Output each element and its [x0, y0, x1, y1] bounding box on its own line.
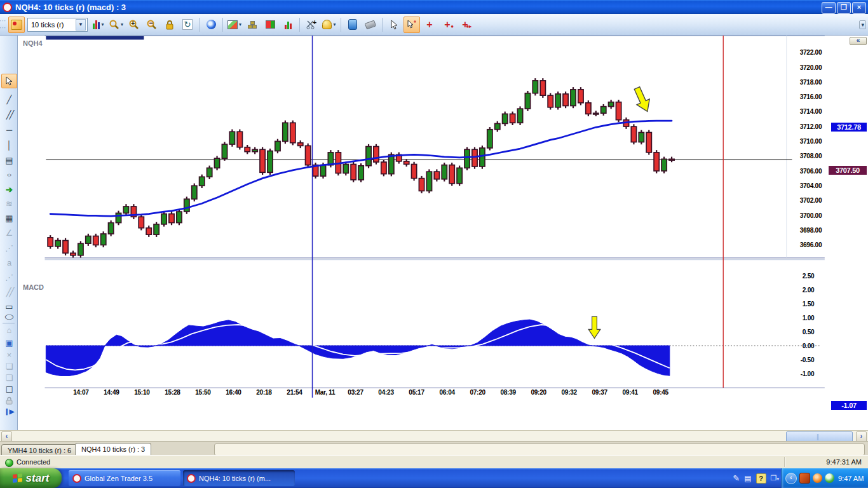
horizontal-line-tool[interactable]: ─	[1, 123, 17, 137]
svg-text:3720.00: 3720.00	[800, 64, 822, 71]
taskbar-clock: 9:47 AM	[838, 475, 864, 482]
last-price-box: 3707.50	[829, 166, 867, 175]
minimize-button[interactable]: —	[822, 2, 836, 14]
horizontal-scrollbar[interactable]: ‹ ›	[0, 430, 868, 441]
restore-button[interactable]: ❐	[837, 2, 851, 14]
sitemap-button[interactable]	[244, 17, 261, 33]
zoom-in-button[interactable]: +	[126, 17, 142, 33]
svg-text:3698.00: 3698.00	[800, 227, 822, 234]
help-icon[interactable]: ?	[756, 473, 766, 484]
ma-value-box: 3712.78	[831, 123, 867, 132]
cross-red-button[interactable]: +	[421, 17, 438, 33]
keyboard-icon[interactable]: ▤	[744, 474, 751, 483]
vertical-line-tool[interactable]: │	[1, 138, 17, 152]
start-button[interactable]: start	[0, 468, 62, 488]
app-logo-icon	[3, 3, 12, 12]
system-tray: ‹ 9:47 AM	[781, 468, 868, 488]
flag-button[interactable]	[262, 17, 278, 33]
yellow-down-arrow-annotation	[588, 316, 600, 338]
ellipse-tool[interactable]: ◯	[1, 309, 17, 324]
restore-window-icon[interactable]: ❐▾	[771, 474, 779, 482]
language-pen-icon[interactable]: ✎	[733, 473, 740, 483]
phone-chart-button[interactable]	[344, 17, 361, 33]
alert-bucket-button[interactable]: ▾	[321, 17, 337, 33]
green-arrow-tool[interactable]: ➔	[1, 182, 17, 197]
window-title: NQH4: 10 ticks (r) (macd) : 3	[15, 3, 126, 12]
app-red-icon[interactable]	[799, 473, 810, 484]
chat-bubble-tool[interactable]: ○	[1, 168, 17, 182]
main-toolbar: ⋮⋮ 10 ticks (r)▼▾▾+−↻▾+▾++●+●▸▾	[0, 14, 868, 36]
fan-lines-tool[interactable]: ⋰	[1, 241, 17, 255]
cross-dot-button[interactable]: +●	[439, 17, 456, 33]
hide-icons-chevron[interactable]: ‹	[785, 473, 797, 484]
price-panel-label: NQH4	[23, 39, 43, 47]
macd-panel-label: MACD	[23, 283, 44, 291]
svg-text:08:39: 08:39	[500, 389, 516, 396]
svg-text:+: +	[131, 20, 135, 27]
cross-dot-arrow-button[interactable]: +●▸	[457, 17, 473, 33]
angle-tool[interactable]: ∠	[1, 226, 17, 240]
svg-text:16:40: 16:40	[226, 389, 241, 396]
notes-tool[interactable]: ▤	[1, 153, 17, 168]
scissors-button[interactable]: +	[303, 17, 320, 33]
close-button[interactable]: ×	[852, 2, 866, 14]
refresh-page-button[interactable]: ↻	[179, 17, 196, 33]
expand-arrow-tool[interactable]: ❙▶	[1, 404, 17, 419]
select-arrow-tool[interactable]	[1, 74, 17, 88]
toolbar-separator	[382, 18, 383, 32]
parallel-lines-tool[interactable]: ╱╱	[1, 107, 17, 122]
svg-text:14:49: 14:49	[104, 389, 119, 396]
svg-text:3714.00: 3714.00	[800, 108, 822, 115]
svg-text:2.00: 2.00	[803, 287, 815, 294]
eraser-button[interactable]	[362, 17, 379, 33]
taskbar-task-global-zen-trader[interactable]: Global Zen Trader 3.5	[69, 470, 180, 486]
svg-text:20:18: 20:18	[256, 389, 272, 396]
grid-dots-tool[interactable]: ▦	[1, 211, 17, 226]
chart-canvas[interactable]: 3722.003720.003718.003716.003714.003712.…	[18, 36, 868, 430]
chart-pin-button[interactable]	[8, 17, 25, 33]
svg-text:14:07: 14:07	[73, 389, 89, 396]
pointer-button[interactable]	[386, 17, 402, 33]
zoom-tool-button[interactable]: ▾	[108, 17, 125, 33]
swirl-button[interactable]	[203, 17, 219, 33]
bar-style-button[interactable]: ▾	[90, 17, 107, 33]
interval-dropdown[interactable]: 10 ticks (r)▼	[27, 18, 88, 32]
windows-taskbar: start Global Zen Trader 3.5 NQH4: 10 tic…	[0, 468, 868, 488]
parallel-lines-2-tool[interactable]: ╱╱	[1, 285, 17, 299]
taskbar-task-nqh4-chart[interactable]: NQH4: 10 ticks (r) (m...	[183, 470, 295, 486]
tab-ymh4[interactable]: YMH4 10 ticks (r) : 6	[1, 444, 78, 455]
lock-button[interactable]	[161, 17, 178, 33]
network-globe-icon[interactable]	[825, 473, 834, 483]
zoom-out-button[interactable]: −	[144, 17, 160, 33]
bar-chart-button[interactable]	[280, 17, 296, 33]
windows-flag-icon	[13, 473, 22, 483]
svg-text:09:41: 09:41	[623, 389, 639, 396]
chart-image-button[interactable]: ▾	[226, 17, 243, 33]
svg-text:3704.00: 3704.00	[800, 182, 822, 189]
fan-lines-2-tool[interactable]: ⋰	[1, 270, 17, 285]
svg-text:3722.00: 3722.00	[800, 49, 822, 56]
svg-text:09:32: 09:32	[561, 389, 577, 396]
collapse-panel-button[interactable]: «	[850, 37, 867, 45]
toolbar-grip[interactable]: ⋮⋮	[1, 18, 6, 32]
svg-text:3700.00: 3700.00	[800, 212, 822, 219]
status-clock: 9:47:31 AM	[826, 458, 862, 466]
waves-tool[interactable]: ≋	[1, 196, 17, 211]
svg-text:3712.00: 3712.00	[800, 123, 822, 130]
svg-text:03:27: 03:27	[348, 389, 363, 396]
crosshair-pointer-button[interactable]	[403, 17, 420, 33]
toolbar-overflow-button[interactable]: ▾	[859, 20, 866, 29]
media-swirl-icon[interactable]	[813, 473, 822, 483]
svg-text:3696.00: 3696.00	[800, 241, 822, 248]
svg-text:3710.00: 3710.00	[800, 138, 822, 145]
title-bar[interactable]: NQH4: 10 ticks (r) (macd) : 3 — ❐ ×	[0, 0, 868, 14]
text-tool[interactable]: a	[1, 255, 17, 270]
application-window: NQH4: 10 ticks (r) (macd) : 3 — ❐ × ⋮⋮ 1…	[0, 0, 868, 488]
trendline-tool[interactable]: ╱	[1, 92, 17, 107]
svg-text:3718.00: 3718.00	[800, 79, 822, 86]
toolbar-separator	[222, 18, 223, 32]
chart-area[interactable]: 3722.003720.003718.003716.003714.003712.…	[18, 36, 868, 430]
svg-text:0.50: 0.50	[803, 329, 815, 336]
tab-nqh4[interactable]: NQH4 10 ticks (r) : 3	[75, 443, 151, 455]
svg-text:09:20: 09:20	[531, 389, 546, 396]
